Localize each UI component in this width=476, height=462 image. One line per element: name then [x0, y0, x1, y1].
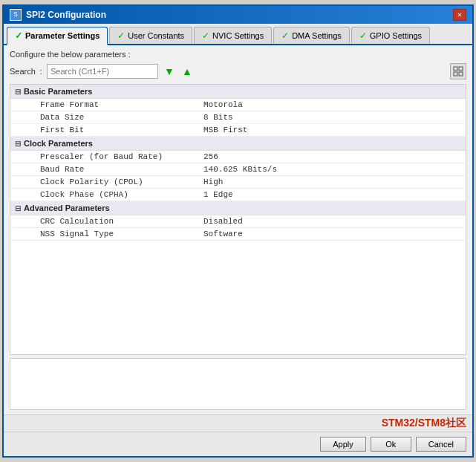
title-bar: S SPI2 Configuration ✕: [4, 6, 472, 24]
svg-rect-3: [459, 72, 463, 76]
check-icon-gpio: ✓: [359, 30, 367, 41]
search-colon: :: [40, 67, 42, 76]
tab-nvic-label: NVIC Settings: [212, 31, 264, 40]
param-name-frame-format: Frame Format: [10, 100, 203, 109]
collapse-advanced-icon[interactable]: ⊟: [15, 204, 21, 212]
tab-dma-label: DMA Settings: [292, 31, 342, 40]
check-icon-param: ✓: [15, 30, 22, 41]
param-value-cpha: 1 Edge: [203, 190, 233, 199]
param-name-prescaler: Prescaler (for Baud Rate): [10, 152, 203, 161]
tab-gpio-settings[interactable]: ✓ GPIO Settings: [351, 27, 430, 44]
tabs-row: ✓ Parameter Settings ✓ User Constants ✓ …: [4, 24, 472, 45]
param-name-data-size: Data Size: [10, 113, 203, 122]
grid-icon: [453, 66, 463, 77]
check-icon-dma: ✓: [281, 30, 289, 41]
ok-button[interactable]: Ok: [371, 437, 411, 452]
tab-dma-settings[interactable]: ✓ DMA Settings: [273, 27, 350, 44]
table-row: Baud Rate 140.625 KBits/s: [10, 163, 466, 176]
table-view-button[interactable]: [450, 63, 466, 79]
apply-button[interactable]: Apply: [320, 437, 366, 452]
table-row: Clock Polarity (CPOL) High: [10, 176, 466, 189]
watermark: STM32/STM8社区: [4, 415, 472, 432]
param-value-prescaler: 256: [203, 152, 218, 161]
section-advanced-params: ⊟ Advanced Parameters: [10, 201, 466, 215]
param-value-data-size: 8 Bits: [203, 113, 233, 122]
param-value-baud-rate: 140.625 KBits/s: [203, 165, 277, 174]
svg-rect-1: [459, 67, 463, 71]
param-value-frame-format: Motorola: [203, 100, 243, 109]
cancel-button[interactable]: Cancel: [416, 437, 466, 452]
window-title: SPI2 Configuration: [26, 10, 106, 20]
svg-rect-2: [454, 72, 457, 76]
search-next-button[interactable]: ▼: [163, 65, 176, 78]
collapse-basic-icon[interactable]: ⊟: [15, 88, 21, 96]
button-row: Apply Ok Cancel: [4, 432, 472, 456]
title-bar-left: S SPI2 Configuration: [10, 9, 106, 21]
param-name-crc: CRC Calculation: [10, 217, 203, 226]
bottom-panel: [10, 358, 466, 410]
search-prev-button[interactable]: ▲: [180, 65, 194, 78]
configure-label: Configure the below parameters :: [10, 50, 466, 59]
table-row: Frame Format Motorola: [10, 99, 466, 111]
tab-user-label: User Constants: [128, 31, 184, 40]
params-table: ⊟ Basic Parameters Frame Format Motorola…: [10, 84, 466, 355]
watermark-text: STM32/STM8社区: [382, 417, 466, 429]
section-basic-params: ⊟ Basic Parameters: [10, 85, 466, 99]
tab-parameter-settings[interactable]: ✓ Parameter Settings: [7, 27, 108, 45]
table-row: First Bit MSB First: [10, 124, 466, 137]
param-value-crc: Disabled: [203, 217, 243, 226]
table-row: NSS Signal Type Software: [10, 228, 466, 241]
collapse-clock-icon[interactable]: ⊟: [15, 140, 21, 148]
table-row: Prescaler (for Baud Rate) 256: [10, 151, 466, 163]
footer: STM32/STM8社区 Apply Ok Cancel: [4, 414, 472, 456]
section-clock-label: Clock Parameters: [24, 139, 93, 148]
search-input[interactable]: [47, 64, 158, 79]
main-window: S SPI2 Configuration ✕ ✓ Parameter Setti…: [2, 4, 474, 458]
tab-user-constants[interactable]: ✓ User Constants: [109, 27, 192, 44]
param-name-first-bit: First Bit: [10, 126, 203, 134]
window-icon: S: [10, 9, 22, 21]
param-value-first-bit: MSB First: [203, 126, 247, 134]
param-name-baud-rate: Baud Rate: [10, 165, 203, 174]
section-clock-params: ⊟ Clock Parameters: [10, 137, 466, 151]
tab-nvic-settings[interactable]: ✓ NVIC Settings: [194, 27, 272, 44]
search-label: Search: [10, 67, 36, 76]
tab-param-label: Parameter Settings: [25, 31, 100, 40]
param-value-nss: Software: [203, 230, 243, 238]
param-name-nss: NSS Signal Type: [10, 230, 203, 238]
close-button[interactable]: ✕: [453, 9, 466, 21]
param-name-cpha: Clock Phase (CPHA): [10, 190, 203, 199]
content-area: Configure the below parameters : Search …: [4, 45, 472, 414]
table-row: Clock Phase (CPHA) 1 Edge: [10, 189, 466, 201]
param-value-cpol: High: [203, 178, 223, 186]
search-row: Search : ▼ ▲: [10, 63, 466, 79]
table-row: CRC Calculation Disabled: [10, 215, 466, 228]
section-advanced-label: Advanced Parameters: [24, 204, 110, 212]
check-icon-user: ✓: [117, 30, 125, 41]
tab-gpio-label: GPIO Settings: [370, 31, 422, 40]
check-icon-nvic: ✓: [202, 30, 209, 41]
table-row: Data Size 8 Bits: [10, 111, 466, 124]
svg-rect-0: [454, 67, 457, 71]
param-name-cpol: Clock Polarity (CPOL): [10, 178, 203, 186]
section-basic-label: Basic Parameters: [24, 87, 92, 96]
